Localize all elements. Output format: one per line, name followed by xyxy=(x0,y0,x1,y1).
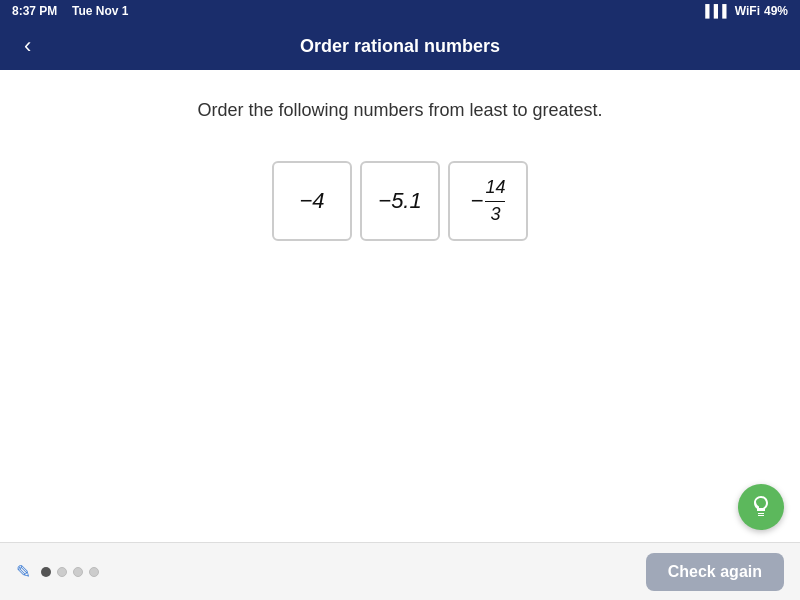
bottom-left: ✎ xyxy=(16,561,99,583)
progress-dot-2 xyxy=(57,567,67,577)
number-card-3[interactable]: − 14 3 xyxy=(448,161,528,241)
status-right: ▌▌▌ WiFi 49% xyxy=(705,4,788,18)
time-display: 8:37 PM xyxy=(12,4,57,18)
lightbulb-icon xyxy=(749,495,773,519)
main-content: Order the following numbers from least t… xyxy=(0,70,800,542)
battery-display: 49% xyxy=(764,4,788,18)
progress-dots xyxy=(41,567,99,577)
number-cards-container: −4 −5.1 − 14 3 xyxy=(272,161,528,241)
status-left: 8:37 PM Tue Nov 1 xyxy=(12,4,129,18)
number-value-2: −5.1 xyxy=(378,188,421,214)
bottom-bar: ✎ Check again xyxy=(0,542,800,600)
status-bar: 8:37 PM Tue Nov 1 ▌▌▌ WiFi 49% xyxy=(0,0,800,22)
hint-button[interactable] xyxy=(738,484,784,530)
date-display: Tue Nov 1 xyxy=(72,4,128,18)
number-value-1: −4 xyxy=(299,188,324,214)
back-button[interactable]: ‹ xyxy=(16,31,39,61)
fraction-display: − 14 3 xyxy=(471,177,506,225)
pencil-icon[interactable]: ✎ xyxy=(16,561,31,583)
number-card-2[interactable]: −5.1 xyxy=(360,161,440,241)
instruction-text: Order the following numbers from least t… xyxy=(197,100,602,121)
fraction-denominator: 3 xyxy=(490,202,500,226)
progress-dot-4 xyxy=(89,567,99,577)
wifi-icon: WiFi xyxy=(735,4,760,18)
header: ‹ Order rational numbers xyxy=(0,22,800,70)
progress-dot-3 xyxy=(73,567,83,577)
check-again-button[interactable]: Check again xyxy=(646,553,784,591)
fraction-numerator: 14 xyxy=(485,177,505,202)
fraction-negative-sign: − xyxy=(471,188,484,214)
number-card-1[interactable]: −4 xyxy=(272,161,352,241)
signal-icon: ▌▌▌ xyxy=(705,4,731,18)
page-title: Order rational numbers xyxy=(300,36,500,57)
progress-dot-1 xyxy=(41,567,51,577)
fraction-value: 14 3 xyxy=(485,177,505,225)
